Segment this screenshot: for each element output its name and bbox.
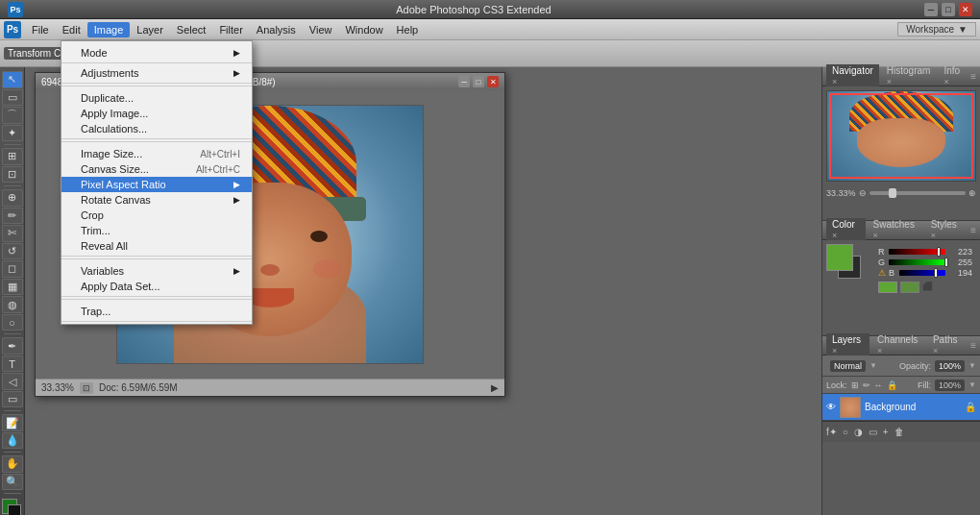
tab-paths[interactable]: Paths [927, 333, 967, 358]
menu-filter[interactable]: Filter [212, 22, 249, 37]
workspace-arrow-icon: ▼ [958, 24, 968, 35]
new-layer-button[interactable]: + [883, 427, 889, 437]
tab-channels[interactable]: Channels [871, 333, 925, 358]
menu-mode[interactable]: Mode ▶ [61, 45, 252, 61]
menu-trim[interactable]: Trim... [61, 223, 252, 238]
layer-group-button[interactable]: ▭ [869, 427, 877, 437]
menu-window[interactable]: Window [338, 22, 389, 37]
lock-transparent-icon[interactable]: ⊞ [851, 380, 859, 390]
minimize-button[interactable]: ─ [924, 3, 938, 16]
eraser-tool[interactable]: ◻ [2, 260, 23, 278]
workspace-button[interactable]: Workspace ▼ [897, 22, 976, 37]
fill-value[interactable]: 100% [935, 380, 965, 391]
menu-file[interactable]: File [25, 22, 56, 37]
doc-maximize-button[interactable]: □ [473, 76, 484, 87]
pen-tool[interactable]: ✒ [2, 337, 23, 355]
gradient-tool[interactable]: ▦ [2, 279, 23, 296]
zoom-in-icon[interactable]: ⊕ [968, 188, 976, 198]
tab-histogram[interactable]: Histogram [881, 64, 937, 89]
menu-edit[interactable]: Edit [56, 22, 87, 37]
tab-navigator[interactable]: Navigator [826, 64, 879, 89]
previous-color-swatch[interactable] [900, 282, 919, 293]
tab-color[interactable]: Color [826, 218, 866, 243]
lock-all-icon[interactable]: 🔒 [887, 380, 897, 390]
opacity-value[interactable]: 100% [935, 360, 965, 372]
notes-tool[interactable]: 📝 [2, 414, 23, 431]
blend-mode-value[interactable]: Normal [830, 360, 866, 372]
zoom-tool[interactable]: 🔍 [2, 474, 23, 491]
menu-canvas-size[interactable]: Canvas Size... Alt+Ctrl+C [61, 161, 252, 177]
lock-paint-icon[interactable]: ✏ [863, 380, 870, 390]
blue-handle[interactable] [934, 268, 938, 278]
color-panel-options-icon[interactable]: ≡ [970, 225, 976, 235]
layers-panel-options-icon[interactable]: ≡ [970, 340, 976, 351]
brush-tool[interactable]: ✏ [2, 208, 23, 225]
hand-tool[interactable]: ✋ [2, 455, 23, 473]
menu-crop[interactable]: Crop [61, 208, 252, 223]
menu-pixel-aspect-ratio[interactable]: Pixel Aspect Ratio ▶ [61, 177, 252, 192]
layer-mask-button[interactable]: ○ [843, 427, 848, 437]
current-color-swatch[interactable] [878, 282, 897, 293]
lock-move-icon[interactable]: ↔ [874, 380, 883, 390]
green-handle[interactable] [944, 258, 948, 267]
tab-swatches[interactable]: Swatches [868, 218, 923, 243]
slice-tool[interactable]: ⊡ [2, 166, 23, 184]
menu-view[interactable]: View [303, 22, 339, 37]
crop-tool[interactable]: ⊞ [2, 148, 23, 165]
green-slider[interactable] [889, 259, 945, 265]
menu-layer[interactable]: Layer [130, 22, 170, 37]
background-color[interactable] [8, 504, 21, 515]
menu-adjustments[interactable]: Adjustments ▶ [61, 65, 252, 81]
tab-layers[interactable]: Layers [826, 333, 870, 358]
status-arrow-icon[interactable]: ▶ [491, 382, 499, 393]
red-handle[interactable] [937, 247, 941, 257]
menu-image[interactable]: Image [87, 22, 131, 37]
red-slider[interactable] [889, 249, 945, 255]
menu-help[interactable]: Help [390, 22, 426, 37]
tab-info[interactable]: Info [938, 64, 967, 89]
menu-image-size[interactable]: Image Size... Alt+Ctrl+I [61, 146, 252, 161]
marquee-tool[interactable]: ▭ [2, 89, 23, 107]
magic-wand-tool[interactable]: ✦ [2, 125, 23, 142]
foreground-swatch[interactable] [826, 244, 853, 271]
zoom-out-icon[interactable]: ⊖ [859, 188, 867, 198]
panel-options-icon[interactable]: ≡ [970, 71, 976, 82]
zoom-slider[interactable] [870, 191, 966, 195]
blue-slider[interactable] [899, 270, 945, 276]
delete-layer-button[interactable]: 🗑 [894, 427, 904, 437]
tab-styles[interactable]: Styles [925, 218, 968, 243]
eyedropper-tool[interactable]: 💧 [2, 432, 23, 450]
restore-button[interactable]: □ [942, 3, 955, 16]
layer-adj-button[interactable]: ◑ [854, 427, 863, 437]
menu-calculations[interactable]: Calculations... [61, 121, 252, 136]
menu-trap[interactable]: Trap... [61, 304, 252, 319]
lasso-tool[interactable]: ⌒ [2, 107, 23, 124]
menu-reveal-all[interactable]: Reveal All [61, 238, 252, 254]
layer-visibility-icon[interactable]: 👁 [826, 402, 836, 412]
menu-apply-data-set[interactable]: Apply Data Set... [61, 279, 252, 294]
menu-select[interactable]: Select [170, 22, 213, 37]
menu-apply-image[interactable]: Apply Image... [61, 106, 252, 121]
opacity-arrow-icon[interactable]: ▼ [968, 361, 976, 370]
menu-rotate-canvas[interactable]: Rotate Canvas ▶ [61, 192, 252, 208]
menu-analysis[interactable]: Analysis [250, 22, 303, 37]
doc-close-button[interactable]: ✕ [487, 76, 499, 87]
background-layer-row[interactable]: 👁 Background 🔒 [822, 394, 980, 421]
dodge-tool[interactable]: ○ [2, 314, 23, 331]
path-tool[interactable]: ◁ [2, 373, 23, 390]
selection-tool[interactable]: ↖ [2, 71, 23, 88]
close-button[interactable]: ✕ [959, 3, 972, 16]
menu-variables[interactable]: Variables ▶ [61, 263, 252, 279]
type-tool[interactable]: T [2, 356, 23, 373]
color-selector[interactable] [2, 499, 23, 515]
blur-tool[interactable]: ◍ [2, 296, 23, 313]
fill-arrow-icon[interactable]: ▼ [968, 380, 976, 389]
menu-duplicate[interactable]: Duplicate... [61, 90, 252, 106]
clone-tool[interactable]: ✄ [2, 225, 23, 242]
blend-mode-arrow-icon[interactable]: ▼ [870, 361, 877, 370]
shape-tool[interactable]: ▭ [2, 391, 23, 408]
doc-minimize-button[interactable]: ─ [458, 76, 470, 87]
healing-tool[interactable]: ⊕ [2, 189, 23, 207]
history-brush-tool[interactable]: ↺ [2, 243, 23, 260]
layer-fx-button[interactable]: f✦ [826, 427, 837, 437]
